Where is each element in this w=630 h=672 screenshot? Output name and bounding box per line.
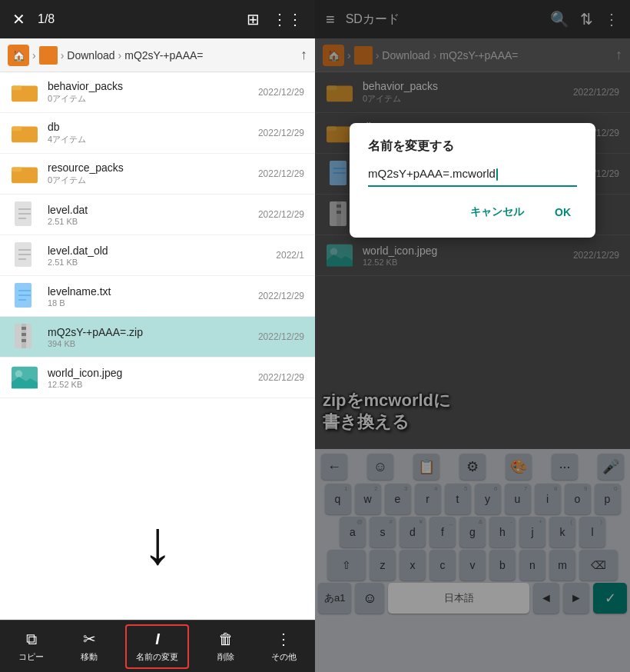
copy-label: コピー bbox=[18, 651, 44, 663]
svg-rect-25 bbox=[22, 333, 26, 336]
up-icon[interactable]: ↑ bbox=[300, 47, 307, 63]
list-item[interactable]: mQ2sY-+pAAA=.zip 394 KB 2022/12/29 bbox=[0, 317, 315, 358]
list-item[interactable]: level.dat 2.51 KB 2022/12/29 bbox=[0, 195, 315, 235]
file-meta: 12.52 KB bbox=[48, 380, 249, 389]
close-icon[interactable]: ✕ bbox=[12, 10, 25, 28]
delete-label: 削除 bbox=[217, 651, 234, 663]
folder-icon bbox=[11, 78, 38, 106]
svg-point-28 bbox=[15, 371, 22, 378]
file-info: db 4アイテム bbox=[48, 121, 249, 145]
file-info: world_icon.jpeg 12.52 KB bbox=[48, 367, 249, 389]
delete-icon: 🗑 bbox=[218, 630, 234, 648]
file-name: behavior_packs bbox=[48, 80, 249, 92]
dialog-ok-button[interactable]: OK bbox=[549, 202, 577, 222]
file-date: 2022/1 bbox=[276, 250, 304, 261]
svg-rect-3 bbox=[49, 49, 51, 53]
file-meta: 2.51 KB bbox=[48, 217, 249, 226]
grid-icon[interactable]: ⊞ bbox=[247, 10, 260, 28]
list-item[interactable]: resource_packs 0アイテム 2022/12/29 bbox=[0, 154, 315, 195]
svg-rect-24 bbox=[22, 327, 26, 330]
left-header: ✕ 1/8 ⊞ ⋮⋮ bbox=[0, 0, 315, 38]
dialog-actions: キャンセル OK bbox=[368, 202, 577, 222]
list-item[interactable]: db 4アイテム 2022/12/29 bbox=[0, 113, 315, 154]
right-panel: ≡ SDカード 🔍 ⇅ ⋮ 🏠 › › Download › mQ2sY-+pA… bbox=[315, 0, 630, 672]
file-name: world_icon.jpeg bbox=[48, 367, 249, 379]
dialog-input-value[interactable]: mQ2sY+pAAA=.mcworld bbox=[368, 167, 496, 180]
folder-icon bbox=[11, 160, 38, 188]
file-info: mQ2sY-+pAAA=.zip 394 KB bbox=[48, 326, 249, 348]
file-name: level.dat_old bbox=[48, 245, 267, 257]
list-item[interactable]: world_icon.jpeg 12.52 KB 2022/12/29 bbox=[0, 358, 315, 398]
dialog-cursor bbox=[496, 168, 498, 181]
svg-rect-26 bbox=[22, 339, 26, 342]
breadcrumb: 🏠 › › Download › mQ2sY-+pAAA= ↑ bbox=[0, 38, 315, 72]
file-info: levelname.txt 18 B bbox=[48, 285, 249, 308]
arrow-down-icon: ↓ bbox=[142, 512, 173, 574]
list-item[interactable]: behavior_packs 0アイテム 2022/12/29 bbox=[0, 72, 315, 113]
rename-button[interactable]: I 名前の変更 bbox=[125, 624, 189, 669]
copy-button[interactable]: ⧉ コピー bbox=[9, 626, 53, 667]
file-name: levelname.txt bbox=[48, 285, 249, 298]
other-icon: ⋮ bbox=[276, 630, 291, 648]
file-icon bbox=[11, 241, 38, 269]
file-date: 2022/12/29 bbox=[258, 209, 304, 220]
file-meta: 394 KB bbox=[48, 339, 249, 348]
file-date: 2022/12/29 bbox=[258, 291, 304, 301]
breadcrumb-sep3: › bbox=[118, 49, 122, 62]
file-icon bbox=[11, 201, 38, 228]
breadcrumb-sep2: › bbox=[61, 49, 65, 62]
bottom-toolbar: ⧉ コピー ✂ 移動 I 名前の変更 🗑 削除 ⋮ その他 bbox=[0, 620, 315, 672]
svg-rect-2 bbox=[47, 49, 48, 53]
svg-rect-9 bbox=[12, 168, 22, 172]
file-name: level.dat bbox=[48, 204, 249, 216]
move-icon: ✂ bbox=[83, 630, 96, 648]
page-counter: 1/8 bbox=[38, 12, 55, 26]
file-date: 2022/12/29 bbox=[258, 372, 304, 383]
move-button[interactable]: ✂ 移動 bbox=[71, 625, 107, 667]
image-icon bbox=[11, 364, 38, 391]
sd-card-icon[interactable] bbox=[39, 46, 58, 65]
breadcrumb-sep1: › bbox=[32, 49, 36, 62]
file-meta: 2.51 KB bbox=[48, 258, 267, 267]
other-label: その他 bbox=[271, 651, 297, 663]
rename-icon: I bbox=[155, 630, 160, 648]
file-info: level.dat 2.51 KB bbox=[48, 204, 249, 226]
home-icon[interactable]: 🏠 bbox=[8, 45, 29, 66]
breadcrumb-folder[interactable]: mQ2sY-+pAAA= bbox=[124, 49, 203, 62]
list-item[interactable]: level.dat_old 2.51 KB 2022/1 bbox=[0, 235, 315, 276]
more-icon[interactable]: ⋮⋮ bbox=[272, 10, 303, 28]
file-name: resource_packs bbox=[48, 161, 249, 174]
file-date: 2022/12/29 bbox=[258, 168, 304, 179]
dialog-overlay: 名前を変更する mQ2sY+pAAA=.mcworld キャンセル OK bbox=[315, 0, 630, 672]
rename-dialog: 名前を変更する mQ2sY+pAAA=.mcworld キャンセル OK bbox=[350, 123, 595, 238]
file-info: behavior_packs 0アイテム bbox=[48, 80, 249, 105]
list-item[interactable]: levelname.txt 18 B 2022/12/29 bbox=[0, 276, 315, 317]
file-name: mQ2sY-+pAAA=.zip bbox=[48, 326, 249, 338]
file-meta: 0アイテム bbox=[48, 93, 249, 105]
left-panel: ✕ 1/8 ⊞ ⋮⋮ 🏠 › › Download › mQ2sY-+pAAA=… bbox=[0, 0, 315, 672]
dialog-cancel-button[interactable]: キャンセル bbox=[464, 202, 530, 222]
file-date: 2022/12/29 bbox=[258, 331, 304, 342]
file-meta: 0アイテム bbox=[48, 175, 249, 186]
delete-button[interactable]: 🗑 削除 bbox=[208, 626, 244, 667]
svg-rect-1 bbox=[45, 49, 46, 53]
dialog-title: 名前を変更する bbox=[368, 138, 577, 155]
breadcrumb-download[interactable]: Download bbox=[67, 49, 114, 62]
file-info: level.dat_old 2.51 KB bbox=[48, 245, 267, 267]
copy-icon: ⧉ bbox=[26, 630, 37, 648]
folder-icon bbox=[11, 119, 38, 147]
file-meta: 18 B bbox=[48, 298, 249, 308]
left-file-list: behavior_packs 0アイテム 2022/12/29 db 4アイテム… bbox=[0, 72, 315, 466]
file-date: 2022/12/29 bbox=[258, 87, 304, 98]
file-name: db bbox=[48, 121, 249, 133]
file-date: 2022/12/29 bbox=[258, 128, 304, 138]
other-button[interactable]: ⋮ その他 bbox=[262, 625, 306, 667]
svg-rect-5 bbox=[12, 86, 22, 91]
svg-rect-7 bbox=[12, 127, 22, 131]
zip-icon bbox=[11, 323, 38, 351]
dialog-input-container: mQ2sY+pAAA=.mcworld bbox=[368, 167, 577, 187]
move-label: 移動 bbox=[81, 651, 98, 663]
rename-label: 名前の変更 bbox=[136, 651, 178, 663]
file-info: resource_packs 0アイテム bbox=[48, 161, 249, 186]
file-meta: 4アイテム bbox=[48, 134, 249, 145]
